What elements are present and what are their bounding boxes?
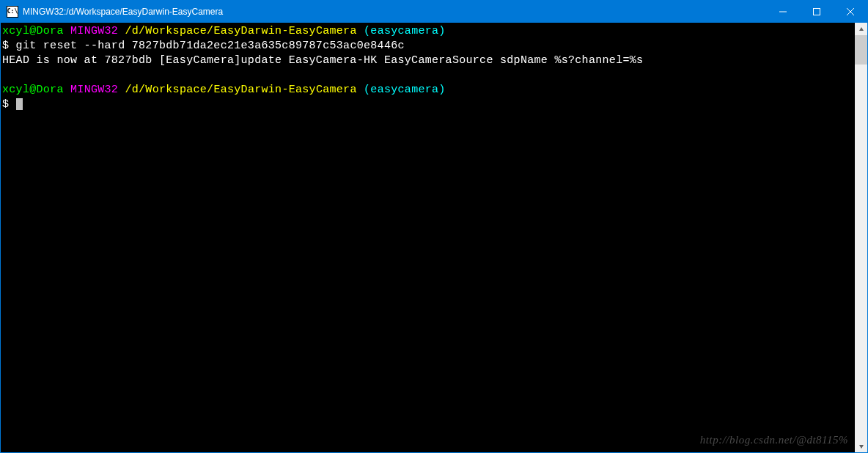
- prompt-symbol: $: [2, 98, 16, 111]
- maximize-button[interactable]: [800, 1, 834, 23]
- scroll-thumb[interactable]: [855, 35, 867, 65]
- prompt-symbol: $: [2, 40, 16, 52]
- vertical-scrollbar[interactable]: [855, 23, 867, 452]
- minimize-button[interactable]: [766, 1, 800, 23]
- output-line: HEAD is now at 7827bdb [EasyCamera]updat…: [2, 54, 643, 67]
- command-text: git reset --hard 7827bdb71da2ec21e3a635c…: [16, 40, 405, 52]
- prompt-host: MINGW32: [70, 84, 118, 96]
- titlebar[interactable]: C:\ MINGW32:/d/Workspace/EasyDarwin-Easy…: [1, 1, 867, 23]
- window-controls: [766, 1, 867, 23]
- scroll-up-button[interactable]: [855, 23, 867, 35]
- terminal-output[interactable]: xcyl@Dora MINGW32 /d/Workspace/EasyDarwi…: [1, 23, 855, 452]
- terminal-container: xcyl@Dora MINGW32 /d/Workspace/EasyDarwi…: [1, 23, 867, 452]
- svg-rect-1: [814, 9, 820, 15]
- window-title: MINGW32:/d/Workspace/EasyDarwin-EasyCame…: [23, 7, 766, 17]
- svg-marker-4: [859, 27, 864, 31]
- prompt-host: MINGW32: [70, 25, 118, 37]
- close-button[interactable]: [834, 1, 867, 23]
- prompt-branch: (easycamera): [364, 84, 446, 96]
- prompt-user: xcyl@Dora: [2, 25, 64, 37]
- prompt-path: /d/Workspace/EasyDarwin-EasyCamera: [125, 84, 356, 96]
- cursor: [16, 98, 23, 110]
- svg-marker-5: [859, 445, 864, 449]
- terminal-window: C:\ MINGW32:/d/Workspace/EasyDarwin-Easy…: [0, 0, 868, 453]
- scroll-down-button[interactable]: [855, 440, 867, 452]
- prompt-user: xcyl@Dora: [2, 84, 64, 96]
- prompt-branch: (easycamera): [364, 25, 446, 37]
- app-icon: C:\: [7, 6, 18, 18]
- prompt-path: /d/Workspace/EasyDarwin-EasyCamera: [125, 25, 356, 37]
